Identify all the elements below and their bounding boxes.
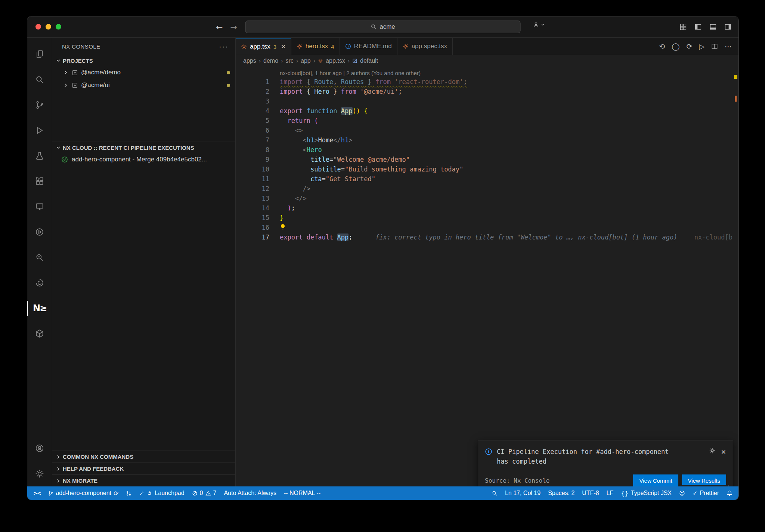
line-number[interactable]: 6 <box>236 126 280 135</box>
explorer-icon[interactable] <box>27 41 52 67</box>
zoom-window-button[interactable] <box>56 24 61 30</box>
toggle-primary-sidebar-icon[interactable] <box>694 23 702 31</box>
code-line[interactable]: 14 ); <box>236 203 738 213</box>
auto-attach-indicator[interactable]: Auto Attach: Always <box>220 486 280 500</box>
tab-readme-md[interactable]: README.md <box>340 38 397 55</box>
line-number[interactable]: 7 <box>236 135 280 145</box>
breadcrumb-item[interactable]: app <box>301 58 311 64</box>
language-mode[interactable]: {}TypeScript JSX <box>617 486 675 500</box>
code-line[interactable]: 3 <box>236 96 738 106</box>
more-actions-icon[interactable]: ··· <box>219 42 229 51</box>
indentation-indicator[interactable]: Spaces: 2 <box>544 486 578 500</box>
line-number[interactable] <box>236 68 280 77</box>
settings-gear-icon[interactable] <box>27 461 52 486</box>
line-number[interactable]: 9 <box>236 155 280 164</box>
overview-ruler[interactable] <box>733 66 738 486</box>
line-number[interactable]: 14 <box>236 203 280 213</box>
breadcrumb-item[interactable]: src <box>285 58 293 64</box>
extensions-icon[interactable] <box>27 168 52 194</box>
branch-indicator[interactable]: add-hero-component ⟳ <box>44 486 122 500</box>
line-number[interactable]: 1 <box>236 77 280 87</box>
close-window-button[interactable] <box>35 24 41 30</box>
projects-section-header[interactable]: PROJECTS <box>52 55 235 66</box>
code-line[interactable]: 10 subtitle="Build something amazing tod… <box>236 164 738 174</box>
accounts-icon[interactable] <box>27 436 52 461</box>
lightbulb-icon[interactable] <box>280 224 287 230</box>
code-editor[interactable]: nx-cloud[bot], 1 hour ago | 2 authors (Y… <box>236 66 738 486</box>
line-number[interactable]: 12 <box>236 184 280 194</box>
code-line[interactable]: 13 </> <box>236 194 738 203</box>
toggle-panel-icon[interactable] <box>709 23 717 31</box>
code-line[interactable]: 8 <Hero <box>236 145 738 155</box>
code-line[interactable]: 11 cta="Get Started" <box>236 174 738 184</box>
encoding-indicator[interactable]: UTF-8 <box>578 486 603 500</box>
code-line[interactable]: 6 <> <box>236 126 738 135</box>
open-changes-icon[interactable]: ⟲ <box>659 42 665 50</box>
line-number[interactable]: 11 <box>236 174 280 184</box>
view-commit-button[interactable]: View Commit <box>633 474 678 486</box>
split-editor-icon[interactable] <box>711 43 718 50</box>
line-number[interactable]: 2 <box>236 87 280 96</box>
breadcrumb-item[interactable]: apps <box>243 58 256 64</box>
tab-app-tsx[interactable]: app.tsx 3 ✕ <box>236 38 291 55</box>
breadcrumb-item[interactable]: demo <box>263 58 278 64</box>
launchpad-button[interactable]: Launchpad <box>135 486 188 500</box>
section-nx-migrate[interactable]: NX MIGRATE <box>52 475 235 486</box>
section-common-nx-commands[interactable]: COMMON NX COMMANDS <box>52 451 235 463</box>
line-number[interactable]: 15 <box>236 213 280 223</box>
nx-cloud-section-header[interactable]: NX CLOUD :: RECENT CI PIPELINE EXECUTION… <box>52 142 235 153</box>
azure-icon[interactable] <box>27 270 52 296</box>
source-control-icon[interactable] <box>27 92 52 118</box>
project-item-acme-demo[interactable]: @acme/demo <box>52 66 235 79</box>
pull-request-button[interactable] <box>122 486 135 500</box>
line-number[interactable]: 13 <box>236 194 280 203</box>
code-line[interactable]: 4export function App() { <box>236 106 738 116</box>
code-line[interactable]: 5 return ( <box>236 116 738 126</box>
run-and-debug-icon[interactable] <box>27 118 52 143</box>
code-line[interactable]: 12 /> <box>236 184 738 194</box>
customize-layout-icon[interactable] <box>679 23 687 31</box>
testing-icon[interactable] <box>27 143 52 168</box>
run-circle-icon[interactable] <box>27 219 52 245</box>
code-line[interactable]: 2import { Hero } from '@acme/ui'; <box>236 87 738 96</box>
code-line[interactable]: 9 title="Welcome @acme/demo" <box>236 155 738 164</box>
run-file-icon[interactable]: ▷ <box>699 42 704 50</box>
remote-indicator[interactable]: >< <box>30 486 44 500</box>
outline-icon[interactable]: ◯ <box>672 42 679 50</box>
code-line[interactable]: 15} <box>236 213 738 223</box>
accounts-menu-button[interactable] <box>532 21 545 28</box>
sync-icon[interactable]: ⟳ <box>686 42 692 50</box>
project-item-acme-ui[interactable]: @acme/ui <box>52 79 235 92</box>
pipeline-execution-item[interactable]: add-hero-component - Merge 409b4e4e5cb02… <box>52 153 235 166</box>
line-number[interactable]: 8 <box>236 145 280 155</box>
line-number[interactable]: 17 <box>236 232 280 242</box>
minimize-window-button[interactable] <box>46 24 51 30</box>
formatter-indicator[interactable]: ✓ Prettier <box>689 486 723 500</box>
code-line[interactable]: 16 <box>236 223 738 232</box>
code-line[interactable]: 7 <h1>Home</h1> <box>236 135 738 145</box>
code-line[interactable]: 17export default App; fix: correct typo … <box>236 232 738 242</box>
code-search-icon[interactable] <box>27 245 52 270</box>
notification-settings-gear-icon[interactable] <box>709 447 716 454</box>
close-notification-icon[interactable]: ✕ <box>721 447 726 466</box>
containers-icon[interactable] <box>27 321 52 346</box>
sync-changes-icon[interactable]: ⟳ <box>114 490 118 497</box>
navigate-back-icon[interactable]: ← <box>216 22 223 32</box>
cursor-position[interactable]: Ln 17, Col 19 <box>501 486 544 500</box>
search-sidebar-icon[interactable] <box>27 67 52 92</box>
tab-hero-tsx[interactable]: hero.tsx 4 <box>291 38 340 55</box>
eol-indicator[interactable]: LF <box>603 486 617 500</box>
code-line[interactable]: nx-cloud[bot], 1 hour ago | 2 authors (Y… <box>236 68 738 77</box>
tab-app-spec-tsx[interactable]: app.spec.tsx <box>397 38 453 55</box>
feedback-button[interactable] <box>675 486 689 500</box>
line-number[interactable]: 4 <box>236 106 280 116</box>
navigate-forward-icon[interactable]: → <box>230 22 237 32</box>
line-number[interactable]: 10 <box>236 164 280 174</box>
notifications-bell[interactable] <box>723 486 736 500</box>
breadcrumb-item[interactable]: app.tsx <box>326 58 345 64</box>
line-number[interactable]: 5 <box>236 116 280 126</box>
command-center-search[interactable]: acme <box>245 21 521 33</box>
breadcrumb-item[interactable]: default <box>360 58 378 64</box>
section-help-and-feedback[interactable]: HELP AND FEEDBACK <box>52 463 235 475</box>
close-tab-icon[interactable]: ✕ <box>281 43 286 50</box>
